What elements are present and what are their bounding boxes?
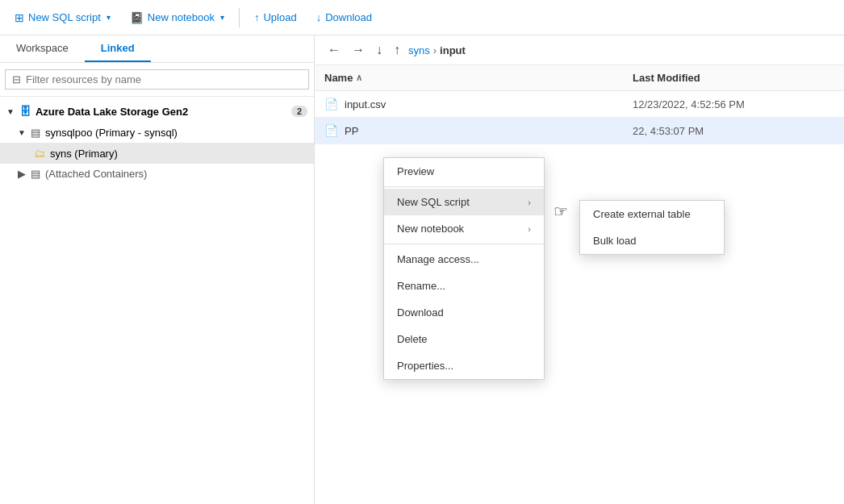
ctx-download[interactable]: Download — [384, 299, 544, 326]
filter-box: ⊟ — [0, 63, 314, 97]
sidebar-tabs: Workspace Linked — [0, 35, 314, 63]
ctx-rename[interactable]: Rename... — [384, 273, 544, 299]
context-menu: Preview New SQL script › New notebook › … — [383, 157, 545, 380]
ctx-delete-label: Delete — [397, 333, 428, 345]
toolbar: ⊞ New SQL script ▾ 📓 New notebook ▾ ↑ Up… — [0, 0, 844, 35]
tree-group-attached[interactable]: ▶ ▤ (Attached Containers) — [0, 164, 314, 184]
upload-button[interactable]: ↑ Upload — [246, 7, 305, 27]
ctx-properties-label: Properties... — [397, 360, 453, 372]
file-modified-0: 12/23/2022, 4:52:56 PM — [633, 98, 834, 110]
sidebar: Workspace Linked ⊟ ▼ 🗄 Azure Data Lake S… — [0, 35, 315, 504]
filter-input[interactable] — [26, 73, 302, 85]
ctx-divider-1 — [384, 186, 544, 187]
breadcrumb-separator: › — [433, 44, 437, 56]
file-icon-1: 📄 — [324, 124, 338, 137]
sort-arrow: ∧ — [356, 73, 362, 83]
group2-label: (Attached Containers) — [45, 168, 147, 180]
folder-icon-syns: 🗂 — [34, 147, 45, 160]
ctx-delete[interactable]: Delete — [384, 326, 544, 352]
ctx-new-notebook-label: New notebook — [397, 223, 464, 235]
tab-workspace[interactable]: Workspace — [0, 35, 85, 62]
storage-icon: 🗄 — [19, 105, 31, 118]
sql-icon: ⊞ — [15, 11, 24, 24]
new-sql-script-button[interactable]: ⊞ New SQL script ▾ — [6, 7, 119, 28]
ctx-new-sql-label: New SQL script — [397, 196, 470, 208]
col-name-header: Name ∧ — [324, 72, 633, 84]
section-badge: 2 — [291, 106, 307, 117]
resource-tree: ▼ 🗄 Azure Data Lake Storage Gen2 2 ▼ ▤ s… — [0, 97, 314, 504]
new-notebook-label: New notebook — [148, 11, 215, 23]
breadcrumb-parent[interactable]: syns — [408, 44, 430, 56]
file-modified-1: 22, 4:53:07 PM — [633, 125, 834, 137]
ctx-preview[interactable]: Preview — [384, 158, 544, 185]
item1-label: syns (Primary) — [50, 148, 118, 160]
file-row-1[interactable]: 📄 PP 22, 4:53:07 PM — [315, 118, 844, 144]
new-notebook-button[interactable]: 📓 New notebook ▾ — [122, 7, 232, 28]
section-chevron: ▼ — [6, 107, 15, 116]
breadcrumb-current: input — [440, 44, 466, 56]
nav-bar: ← → ↓ ↑ syns › input — [315, 35, 844, 65]
ctx-manage-access[interactable]: Manage access... — [384, 246, 544, 273]
down-button[interactable]: ↓ — [373, 42, 386, 58]
tab-linked[interactable]: Linked — [85, 35, 151, 62]
breadcrumb: syns › input — [408, 44, 466, 56]
group1-chevron: ▼ — [18, 128, 26, 137]
ctx-manage-access-label: Manage access... — [397, 253, 479, 265]
ctx-divider-2 — [384, 244, 544, 244]
notebook-icon: 📓 — [130, 11, 144, 24]
ctx-rename-label: Rename... — [397, 280, 445, 292]
group1-label: synsqlpoo (Primary - synsql) — [45, 127, 178, 139]
group2-chevron: ▶ — [18, 168, 26, 180]
upload-label: Upload — [263, 11, 296, 23]
download-button[interactable]: ↓ Download — [308, 7, 380, 27]
col-modified-header: Last Modified — [633, 72, 834, 84]
tree-item-syns[interactable]: 🗂 syns (Primary) — [0, 143, 314, 164]
section-label: Azure Data Lake Storage Gen2 — [36, 106, 188, 118]
new-sql-label: New SQL script — [28, 11, 101, 23]
ctx-preview-label: Preview — [397, 165, 434, 177]
ctx-properties[interactable]: Properties... — [384, 352, 544, 379]
download-label: Download — [325, 11, 372, 23]
ctx-new-sql-arrow: › — [528, 198, 531, 207]
up-button[interactable]: ↑ — [391, 42, 403, 58]
file-name-1: PP — [345, 125, 633, 137]
ctx-new-sql[interactable]: New SQL script › — [384, 189, 544, 215]
filter-icon: ⊟ — [12, 73, 21, 85]
file-table-header: Name ∧ Last Modified — [315, 65, 844, 91]
file-row-0[interactable]: 📄 input.csv 12/23/2022, 4:52:56 PM — [315, 91, 844, 118]
ctx-download-label: Download — [397, 306, 444, 319]
upload-icon: ↑ — [254, 11, 260, 23]
ctx-new-notebook[interactable]: New notebook › — [384, 215, 544, 242]
file-name-0: input.csv — [345, 98, 633, 110]
toolbar-divider-1 — [239, 8, 240, 27]
tree-section-adls[interactable]: ▼ 🗄 Azure Data Lake Storage Gen2 2 — [0, 100, 314, 123]
tree-group-synsql[interactable]: ▼ ▤ synsqlpoo (Primary - synsql) — [0, 123, 314, 143]
db-icon-2: ▤ — [31, 168, 40, 180]
download-icon: ↓ — [316, 11, 322, 23]
file-icon-0: 📄 — [324, 98, 338, 110]
filter-input-wrapper: ⊟ — [5, 69, 309, 90]
db-icon-1: ▤ — [31, 127, 40, 139]
notebook-dropdown-arrow: ▾ — [220, 13, 224, 22]
ctx-new-notebook-arrow: › — [528, 224, 531, 234]
back-button[interactable]: ← — [324, 42, 344, 58]
forward-button[interactable]: → — [349, 42, 368, 58]
sql-dropdown-arrow: ▾ — [107, 13, 111, 22]
